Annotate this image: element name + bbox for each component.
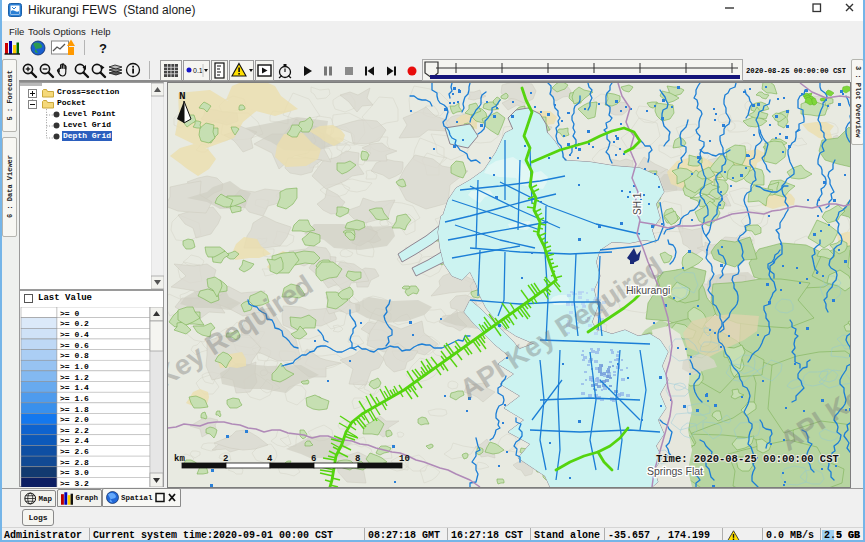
svg-text:Hikurangi: Hikurangi [626,284,670,296]
svg-text:Springs Flat: Springs Flat [647,465,703,477]
svg-text:>= 0.4: >= 0.4 [60,330,89,339]
svg-text:>= 2.8: >= 2.8 [60,458,89,467]
svg-text:6: 6 [311,454,316,464]
svg-text:>= 2.0: >= 2.0 [60,415,89,424]
svg-text:>= 1.2: >= 1.2 [60,373,89,382]
svg-text:>= 1.6: >= 1.6 [60,394,89,403]
svg-text:0.1: 0.1 [193,67,203,74]
svg-text:>= 0: >= 0 [60,309,79,318]
svg-text:>= 1.8: >= 1.8 [60,405,89,414]
svg-text:N: N [179,90,186,102]
svg-text:4: 4 [267,454,273,464]
svg-text:>= 0.8: >= 0.8 [60,351,89,360]
svg-text:2020-08-25 00:00:00 CST: 2020-08-25 00:00:00 CST [746,66,846,75]
svg-text:10: 10 [399,454,410,464]
svg-text:>= 3.2: >= 3.2 [60,479,89,487]
svg-text:>= 0.6: >= 0.6 [60,341,89,350]
svg-text:>= 1.0: >= 1.0 [60,362,89,371]
svg-text:>= 0.2: >= 0.2 [60,319,89,328]
svg-text:>= 2.6: >= 2.6 [60,447,89,456]
svg-text:>= 3.0: >= 3.0 [60,468,89,477]
svg-text:2: 2 [223,454,228,464]
svg-text:Time: 2020-08-25 00:00:00 CST: Time: 2020-08-25 00:00:00 CST [656,453,839,465]
svg-text:km: km [174,454,185,464]
svg-text:>= 1.4: >= 1.4 [60,383,89,392]
svg-text:8: 8 [355,454,360,464]
svg-text:SH 1: SH 1 [632,192,643,215]
svg-text:>= 2.2: >= 2.2 [60,426,89,435]
svg-text:>= 2.4: >= 2.4 [60,436,89,445]
